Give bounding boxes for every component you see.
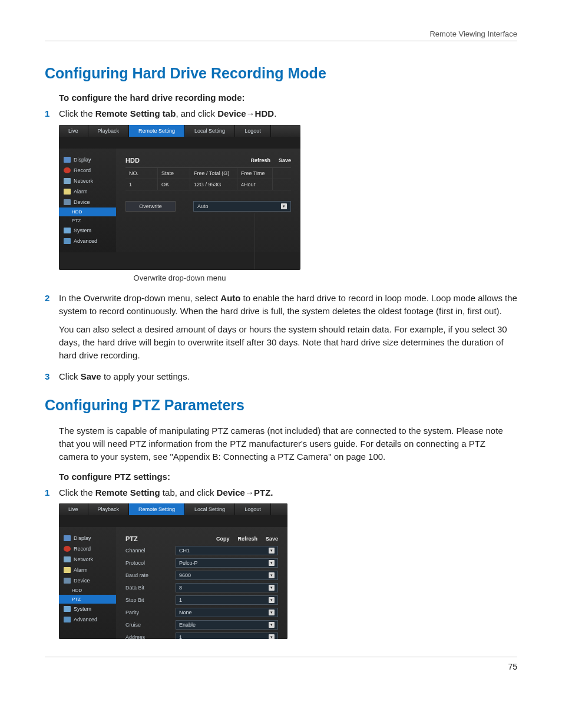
sidebar-item-network[interactable]: Network — [59, 554, 116, 565]
parity-label: Parity — [125, 610, 176, 615]
page-number: 75 — [45, 662, 517, 671]
record-icon — [64, 167, 71, 173]
tab-logout[interactable]: Logout — [235, 125, 271, 137]
address-select[interactable]: 1▾ — [176, 633, 278, 639]
parity-select[interactable]: None▾ — [176, 608, 278, 617]
footer-rule — [45, 657, 517, 657]
overwrite-dropdown[interactable]: Auto ▾ — [193, 201, 291, 212]
chevron-down-icon: ▾ — [269, 560, 275, 566]
col-state: State — [158, 168, 190, 179]
tab-local-setting[interactable]: Local Setting — [185, 503, 235, 515]
sidebar-item-record[interactable]: Record — [59, 165, 116, 176]
tab-playback[interactable]: Playback — [88, 503, 130, 515]
chevron-down-icon: ▾ — [269, 610, 275, 615]
sidebar-item-system[interactable]: System — [59, 604, 116, 614]
address-label: Address — [125, 634, 176, 639]
step-1-hdd: 1 Click the Remote Setting tab, and clic… — [45, 107, 517, 120]
subheading-ptz: To configure PTZ settings: — [59, 472, 517, 482]
screenshot-hdd: Live Playback Remote Setting Local Setti… — [59, 125, 300, 270]
copy-button[interactable]: Copy — [216, 536, 230, 542]
sidebar-item-record[interactable]: Record — [59, 543, 116, 554]
step-number: 1 — [45, 107, 53, 120]
sidebar-item-network[interactable]: Network — [59, 176, 116, 186]
heading-ptz: Configuring PTZ Parameters — [45, 397, 517, 414]
cruise-select[interactable]: Enable▾ — [176, 620, 278, 630]
cell-free-time: 4Hour — [237, 179, 273, 190]
display-icon — [64, 535, 71, 541]
sidebar-item-alarm[interactable]: Alarm — [59, 186, 116, 197]
step-2-hdd: 2 In the Overwrite drop-down menu, selec… — [45, 292, 517, 318]
baud-select[interactable]: 9600▾ — [176, 571, 278, 580]
network-icon — [64, 556, 71, 562]
device-hdd-ref: Device→HDD — [217, 108, 274, 118]
col-free-time: Free Time — [237, 168, 273, 179]
screenshot-ptz: Live Playback Remote Setting Local Setti… — [59, 503, 287, 639]
sidebar-sub-hdd[interactable]: HDD — [59, 207, 116, 216]
cell-state: OK — [158, 179, 190, 190]
chevron-down-icon: ▾ — [269, 572, 275, 578]
save-button[interactable]: Save — [266, 536, 278, 542]
caption-overwrite: Overwrite drop-down menu — [59, 274, 300, 282]
save-button[interactable]: Save — [279, 157, 291, 163]
save-ref: Save — [81, 371, 101, 381]
sidebar-item-device[interactable]: Device — [59, 575, 116, 586]
channel-select[interactable]: CH1▾ — [176, 546, 278, 555]
step-number: 3 — [45, 370, 53, 383]
callout-line — [254, 213, 255, 269]
system-icon — [64, 228, 71, 233]
auto-ref: Auto — [220, 293, 240, 303]
display-icon — [64, 157, 71, 163]
tab-live[interactable]: Live — [59, 503, 88, 515]
heading-hdd: Configuring Hard Drive Recording Mode — [45, 65, 517, 82]
paragraph-ptz-intro: The system is capable of manipulating PT… — [59, 424, 517, 463]
chevron-down-icon: ▾ — [269, 634, 275, 639]
tab-live[interactable]: Live — [59, 125, 88, 137]
panel-title-ptz: PTZ — [125, 535, 138, 542]
tab-remote-setting[interactable]: Remote Setting — [129, 503, 185, 515]
header-rule — [45, 41, 517, 41]
sidebar-sub-ptz[interactable]: PTZ — [59, 595, 116, 604]
sidebar-item-display[interactable]: Display — [59, 533, 116, 543]
sidebar-item-display[interactable]: Display — [59, 154, 116, 165]
sidebar: Display Record Network Alarm Device HDD … — [59, 527, 116, 639]
overwrite-label: Overwrite — [125, 201, 176, 212]
tab-remote-setting[interactable]: Remote Setting — [129, 125, 185, 137]
cell-free-total: 12G / 953G — [190, 179, 237, 190]
tab-playback[interactable]: Playback — [88, 125, 130, 137]
page-header-section: Remote Viewing Interface — [45, 29, 517, 38]
step-3-hdd: 3 Click Save to apply your settings. — [45, 370, 517, 383]
stopbit-select[interactable]: 1▾ — [176, 595, 278, 605]
sidebar-item-advanced[interactable]: Advanced — [59, 236, 116, 246]
record-icon — [64, 546, 71, 552]
advanced-icon — [64, 617, 71, 622]
paragraph-retention: You can also select a desired amount of … — [59, 323, 517, 361]
sidebar-item-advanced[interactable]: Advanced — [59, 614, 116, 625]
panel-title-hdd: HDD — [125, 157, 140, 164]
sidebar-item-system[interactable]: System — [59, 225, 116, 236]
alarm-icon — [64, 567, 71, 573]
sidebar-item-device[interactable]: Device — [59, 197, 116, 207]
tab-local-setting[interactable]: Local Setting — [185, 125, 235, 137]
hdd-table: NO. State Free / Total (G) Free Time 1 O… — [125, 167, 291, 190]
chevron-down-icon: ▾ — [269, 548, 275, 554]
refresh-button[interactable]: Refresh — [250, 157, 270, 163]
device-icon — [64, 199, 71, 205]
cruise-label: Cruise — [125, 622, 176, 628]
subheading-hdd: To configure the hard drive recording mo… — [59, 93, 517, 103]
sidebar-sub-ptz[interactable]: PTZ — [59, 216, 116, 225]
tab-logout[interactable]: Logout — [235, 503, 271, 515]
refresh-button[interactable]: Refresh — [237, 536, 257, 542]
network-icon — [64, 178, 71, 184]
chevron-down-icon: ▾ — [269, 585, 275, 591]
sidebar-sub-hdd[interactable]: HDD — [59, 586, 116, 595]
system-icon — [64, 606, 71, 612]
device-icon — [64, 578, 71, 584]
device-ptz-ref: Device→PTZ. — [217, 487, 273, 498]
overwrite-value: Auto — [197, 203, 209, 209]
protocol-select[interactable]: Pelco-P▾ — [176, 558, 278, 568]
databit-select[interactable]: 8▾ — [176, 583, 278, 592]
channel-label: Channel — [125, 548, 176, 554]
chevron-down-icon: ▾ — [269, 597, 275, 603]
remote-setting-ref: Remote Setting — [95, 487, 160, 498]
sidebar-item-alarm[interactable]: Alarm — [59, 565, 116, 575]
